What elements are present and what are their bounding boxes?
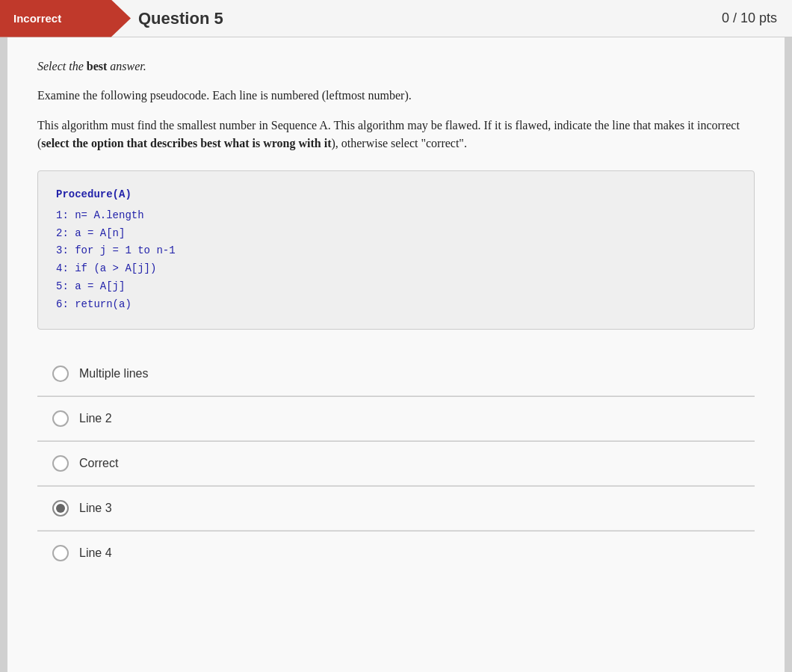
description2-bold: select the option that describes best wh… [41,137,331,149]
incorrect-badge: Incorrect [0,0,131,37]
option-label-line3: Line 3 [79,502,112,515]
pseudocode-line-1: 1: n= A.length [56,207,736,225]
radio-line2[interactable] [52,410,69,427]
radio-correct[interactable] [52,455,69,472]
pseudocode-line-3: 3: for j = 1 to n-1 [56,242,736,260]
radio-multiple-lines[interactable] [52,366,69,382]
option-label-line2: Line 2 [79,412,112,425]
pseudocode-line-5: 5: a = A[j] [56,278,736,296]
pseudocode-header: Procedure(A) [56,186,736,204]
option-line3[interactable]: Line 3 [37,487,755,531]
incorrect-label: Incorrect [0,0,131,37]
question-title: Question 5 [138,9,223,28]
radio-line4[interactable] [52,545,69,561]
radio-line3[interactable] [52,500,69,517]
points-display: 0 / 10 pts [722,10,777,26]
option-multiple-lines[interactable]: Multiple lines [37,352,755,396]
instruction-text: Select the best answer. [37,60,755,73]
header-bar: Incorrect Question 5 0 / 10 pts [0,0,792,37]
option-line2[interactable]: Line 2 [37,397,755,441]
options-container: Multiple lines Line 2 Correct Line 3 Lin… [37,352,755,575]
description1: Examine the following pseudocode. Each l… [37,87,755,105]
instruction-bold: best [87,60,108,73]
option-label-multiple-lines: Multiple lines [79,367,148,380]
option-line4[interactable]: Line 4 [37,531,755,575]
option-correct[interactable]: Correct [37,442,755,486]
pseudocode-line-6: 6: return(a) [56,296,736,314]
pseudocode-box: Procedure(A) 1: n= A.length 2: a = A[n] … [37,170,755,330]
option-label-line4: Line 4 [79,546,112,560]
radio-line3-inner [56,504,65,513]
pseudocode-line-4: 4: if (a > A[j]) [56,260,736,278]
main-content: Select the best answer. Examine the foll… [7,37,785,672]
pseudocode-line-2: 2: a = A[n] [56,225,736,243]
option-label-correct: Correct [79,457,118,470]
header-left: Incorrect Question 5 [0,0,223,37]
description2: This algorithm must find the smallest nu… [37,117,755,152]
